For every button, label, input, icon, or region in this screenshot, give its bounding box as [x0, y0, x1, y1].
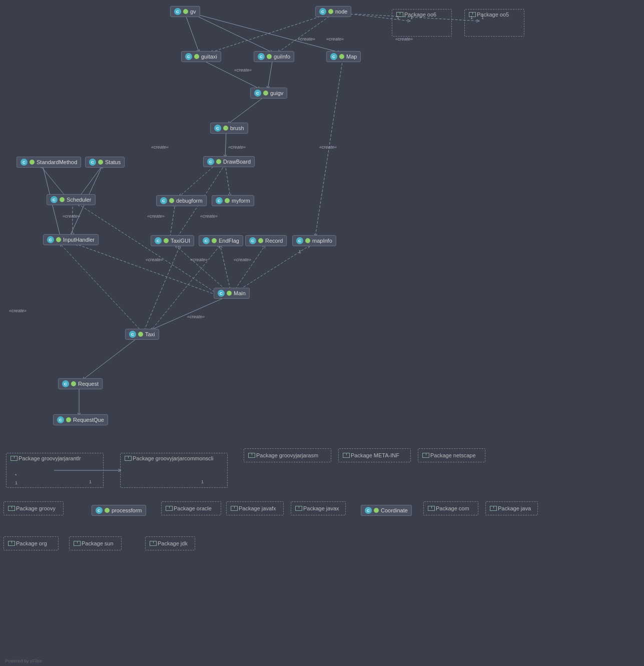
package-java[interactable]: Package java	[485, 501, 538, 515]
package-groovyjarjarcommonscli[interactable]: Package groovyjarjarcommonscli	[120, 453, 228, 488]
package-jdk[interactable]: Package jdk	[145, 536, 195, 550]
class-label-Main: Main	[234, 290, 246, 296]
package-com[interactable]: Package com	[423, 501, 478, 515]
edge-label-create-11: «create»	[190, 257, 208, 262]
package-label-netscape: Package netscape	[430, 452, 476, 458]
class-Request[interactable]: C Request	[58, 378, 103, 389]
class-processform[interactable]: C processform	[92, 505, 146, 516]
svg-line-17	[170, 204, 175, 237]
package-oo5[interactable]: Package oo5	[464, 9, 524, 37]
svg-line-24	[150, 296, 228, 330]
svg-line-7	[228, 96, 265, 124]
class-Map[interactable]: C Map	[326, 51, 361, 62]
class-StandardMethod[interactable]: C StandardMethod	[17, 157, 81, 168]
package-label-oo5: Package oo5	[477, 12, 509, 18]
class-label-EndFlag: EndFlag	[219, 238, 239, 244]
class-TaxiGUI[interactable]: C TaxiGUI	[151, 235, 194, 246]
class-icon-StandardMethod: C	[21, 159, 28, 166]
svg-line-9	[179, 164, 216, 197]
class-RequestQue[interactable]: C RequestQue	[53, 414, 108, 425]
package-label-com: Package com	[436, 505, 469, 511]
package-sun[interactable]: Package sun	[69, 536, 122, 550]
package-icon-groovyjarjarasm	[248, 453, 254, 458]
vis-Status	[98, 160, 103, 165]
class-InputHandler[interactable]: C InputHandler	[43, 234, 99, 245]
vis-InputHandler	[56, 237, 61, 242]
vis-debugform	[169, 198, 174, 203]
package-label-groovyjarjarasm: Package groovyjarjarasm	[256, 452, 318, 458]
edge-label-create-5: «create»	[228, 145, 246, 150]
class-label-Taxi: Taxi	[145, 331, 155, 337]
package-icon-java	[490, 506, 496, 511]
class-icon-EndFlag: C	[203, 237, 210, 244]
package-oracle[interactable]: Package oracle	[161, 501, 221, 515]
class-label-guitaxi: guitaxi	[201, 54, 217, 60]
connections-svg	[0, 0, 644, 666]
class-icon-TaxiGUI: C	[155, 237, 162, 244]
svg-line-3	[210, 14, 328, 53]
class-EndFlag[interactable]: C EndFlag	[199, 235, 243, 246]
class-icon-myform: C	[216, 197, 223, 204]
class-Taxi[interactable]: C Taxi	[125, 329, 159, 340]
vis-gv	[183, 9, 188, 14]
class-gv[interactable]: C gv	[170, 6, 200, 17]
class-Coordinate[interactable]: C Coordinate	[361, 505, 412, 516]
class-guigv[interactable]: C guigv	[250, 88, 287, 99]
edge-label-create-14: «create»	[9, 308, 27, 313]
package-META-INF[interactable]: Package META-INF	[338, 448, 411, 462]
svg-line-10	[225, 164, 230, 197]
class-brush[interactable]: C brush	[210, 123, 248, 134]
class-mapInfo[interactable]: C mapInfo	[292, 235, 336, 246]
package-groovyjarjarasm[interactable]: Package groovyjarjarasm	[244, 448, 331, 462]
package-icon-oracle	[166, 506, 172, 511]
class-Main[interactable]: C Main	[214, 288, 250, 299]
package-icon-sun	[74, 541, 80, 546]
class-icon-Status: C	[89, 159, 96, 166]
class-guiInfo[interactable]: C guiInfo	[254, 51, 294, 62]
package-label-sun: Package sun	[82, 540, 114, 546]
mult-9: 1	[299, 249, 301, 254]
package-label-oo6: Package oo6	[404, 12, 436, 18]
class-icon-node: C	[319, 8, 326, 15]
class-DrawBoard[interactable]: C DrawBoard	[203, 156, 255, 167]
class-label-Request: Request	[78, 381, 99, 387]
package-javax[interactable]: Package javax	[291, 501, 346, 515]
class-guitaxi[interactable]: C guitaxi	[181, 51, 221, 62]
class-label-Coordinate: Coordinate	[381, 507, 408, 513]
svg-line-8	[225, 131, 226, 158]
package-label-groovyjarjarcommonscli: Package groovyjarjarcommonscli	[133, 455, 213, 461]
class-Record[interactable]: C Record	[245, 235, 287, 246]
class-Scheduler[interactable]: C Scheduler	[47, 194, 96, 205]
package-netscape[interactable]: Package netscape	[418, 448, 485, 462]
package-org[interactable]: Package org	[4, 536, 59, 550]
class-label-Scheduler: Scheduler	[67, 197, 92, 203]
package-groovy[interactable]: Package groovy	[4, 501, 64, 515]
vis-node	[328, 9, 333, 14]
svg-line-2	[195, 14, 340, 53]
class-debugform[interactable]: C debugform	[156, 195, 207, 206]
edge-label-create-15: «create»	[395, 37, 413, 42]
vis-Main	[227, 291, 232, 296]
edge-label-create-3: «create»	[234, 68, 252, 73]
package-oo6[interactable]: Package oo6	[392, 9, 452, 37]
class-label-mapInfo: mapInfo	[312, 238, 332, 244]
svg-line-25	[83, 338, 138, 380]
vis-Request	[71, 381, 76, 386]
class-label-StandardMethod: StandardMethod	[37, 159, 77, 165]
class-node[interactable]: C node	[315, 6, 351, 17]
vis-Scheduler	[60, 197, 65, 202]
package-label-groovyjarjarantlr: Package groovyjarjarantlr	[19, 455, 81, 461]
edge-label-create-6: «create»	[151, 145, 169, 150]
svg-line-6	[268, 59, 273, 89]
svg-line-0	[185, 14, 199, 53]
vis-myform	[225, 198, 230, 203]
package-groovyjarjarantlr[interactable]: Package groovyjarjarantlr	[6, 453, 104, 488]
class-label-DrawBoard: DrawBoard	[223, 159, 251, 165]
vis-guigv	[263, 91, 268, 96]
svg-line-14	[80, 165, 103, 196]
edge-label-create-9: «create»	[200, 214, 218, 219]
class-Status[interactable]: C Status	[85, 157, 125, 168]
vis-processform	[105, 508, 110, 513]
class-myform[interactable]: C myform	[212, 195, 254, 206]
package-javafx[interactable]: Package javafx	[226, 501, 284, 515]
